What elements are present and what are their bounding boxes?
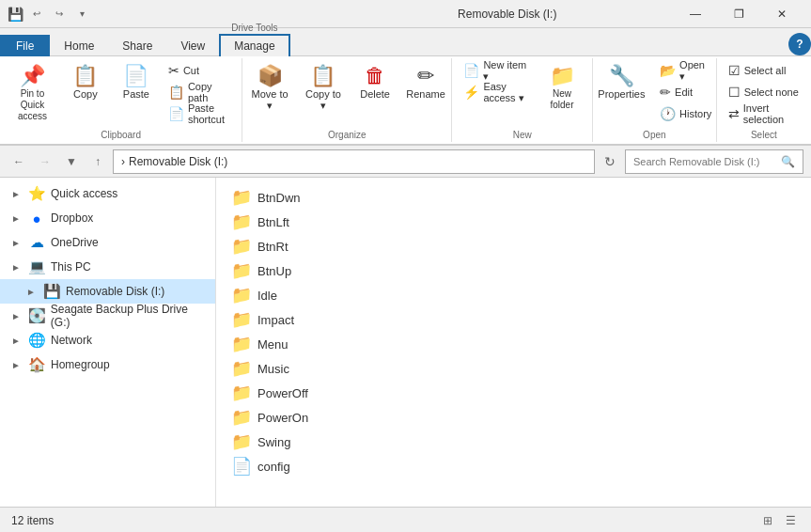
back-button[interactable]: ← [8,150,30,173]
move-to-button[interactable]: 📦 Move to ▾ [244,60,296,117]
file-item-btnrt[interactable]: 📁 BtnRt [224,234,803,258]
file-item-idle[interactable]: 📁 Idle [224,283,803,307]
file-name-btnrt: BtnRt [257,240,289,254]
new-small-col: 📄 New item ▾ ⚡ Easy access ▾ [458,60,536,102]
paste-shortcut-label: Paste shortcut [188,102,230,125]
file-item-config[interactable]: 📄 config [224,454,803,478]
tab-share[interactable]: Share [108,35,166,56]
sidebar-item-this-pc[interactable]: ► 💻 This PC [0,255,215,279]
new-item-icon: 📄 [463,63,479,78]
paste-shortcut-button[interactable]: 📄 Paste shortcut [163,103,236,124]
seagate-arrow: ► [11,311,23,321]
select-all-button[interactable]: ☑ Select all [723,60,805,81]
file-item-impact[interactable]: 📁 Impact [224,307,803,332]
forward-button[interactable]: → [34,150,56,173]
file-item-poweroff[interactable]: 📁 PowerOff [224,381,803,405]
new-folder-button[interactable]: 📁 Newfolder [538,60,586,117]
minimize-button[interactable]: — [674,0,717,28]
select-content: ☑ Select all ☐ Select none ⇄ Invert sele… [723,60,805,128]
view-list-button[interactable]: ☰ [781,511,800,530]
copy-path-button[interactable]: 📋 Copy path [163,82,236,102]
paste-icon: 📄 [123,66,148,86]
window-title: Removable Disk (I:) [341,8,675,21]
clipboard-small-col: ✂ Cut 📋 Copy path 📄 Paste shortcut [163,60,236,124]
tab-view[interactable]: View [166,35,219,56]
organize-content: 📦 Move to ▾ 📋 Copy to ▾ 🗑 Delete ✏ Renam… [244,60,451,128]
help-button[interactable]: ? [788,33,811,55]
rename-label: Rename [406,88,445,100]
select-col: ☑ Select all ☐ Select none ⇄ Invert sele… [723,60,805,124]
refresh-button[interactable]: ↻ [599,150,621,173]
file-item-btndwn[interactable]: 📁 BtnDwn [224,185,803,210]
qat-dropdown[interactable]: ▾ [72,5,91,23]
sidebar-item-removable-disk[interactable]: ► 💾 Removable Disk (I:) [0,279,215,304]
file-item-poweron[interactable]: 📁 PowerOn [224,405,803,430]
address-bar: ← → ▼ ↑ › Removable Disk (I:) ↻ 🔍 [0,146,811,178]
file-item-swing[interactable]: 📁 Swing [224,430,803,454]
history-button[interactable]: 🕐 History [654,103,718,124]
removable-disk-arrow: ► [26,287,38,297]
address-path-bar[interactable]: › Removable Disk (I:) [113,149,595,174]
file-icon-menu: 📁 [231,334,250,354]
new-folder-label: Newfolder [550,88,573,111]
recent-button[interactable]: ▼ [60,150,83,173]
copy-path-label: Copy path [188,81,230,103]
tab-manage[interactable]: Manage [219,34,289,56]
sidebar-item-seagate[interactable]: ► 💽 Seagate Backup Plus Drive (G:) [0,304,215,328]
new-item-button[interactable]: 📄 New item ▾ [458,60,536,81]
cut-button[interactable]: ✂ Cut [163,60,236,81]
qat-back[interactable]: ↩ [27,5,46,23]
select-none-button[interactable]: ☐ Select none [723,82,805,102]
onedrive-arrow: ► [11,238,23,248]
qat-forward[interactable]: ↪ [50,5,69,23]
paste-button[interactable]: 📄 Paste [112,60,161,105]
search-input[interactable] [633,156,777,167]
search-box[interactable]: 🔍 [625,149,803,174]
invert-selection-button[interactable]: ⇄ Invert selection [723,103,805,124]
open-button[interactable]: 📂 Open ▾ [654,60,718,81]
pin-button[interactable]: 📌 Pin to Quickaccess [6,60,59,128]
rename-button[interactable]: ✏ Rename [401,60,450,105]
tab-home[interactable]: Home [50,35,108,56]
file-name-btnup: BtnUp [257,264,291,278]
file-name-poweroff: PowerOff [257,386,308,400]
maximize-button[interactable]: ❐ [717,0,760,28]
edit-icon: ✏ [660,85,671,100]
file-item-music[interactable]: 📁 Music [224,356,803,381]
sidebar-item-dropbox[interactable]: ► ● Dropbox [0,206,215,230]
edit-button[interactable]: ✏ Edit [654,82,718,102]
onedrive-icon: ☁ [28,234,45,251]
sidebar-item-homegroup[interactable]: ► 🏠 Homegroup [0,352,215,377]
select-all-label: Select all [744,65,787,76]
ribbon-group-clipboard: 📌 Pin to Quickaccess 📋 Copy 📄 Paste ✂ Cu… [0,58,242,142]
copy-main-button[interactable]: 📋 Copy [61,60,110,105]
easy-access-button[interactable]: ⚡ Easy access ▾ [458,82,536,102]
history-icon: 🕐 [660,106,676,121]
clipboard-label: Clipboard [101,128,141,140]
sidebar-item-onedrive[interactable]: ► ☁ OneDrive [0,230,215,255]
copy-to-button[interactable]: 📋 Copy to ▾ [298,60,349,117]
sidebar-item-quick-access[interactable]: ► ⭐ Quick access [0,181,215,206]
tab-file[interactable]: File [0,35,50,56]
properties-button[interactable]: 🔧 Properties [591,60,652,105]
file-item-menu[interactable]: 📁 Menu [224,332,803,356]
tab-drive-tools-group[interactable]: Drive Tools Manage [219,23,289,55]
close-button[interactable]: ✕ [760,0,803,28]
file-item-btnlft[interactable]: 📁 BtnLft [224,210,803,234]
view-tiles-button[interactable]: ⊞ [758,511,777,530]
sidebar-item-network[interactable]: ► 🌐 Network [0,328,215,352]
pin-icon: 📌 [20,66,45,86]
main-area: ► ⭐ Quick access ► ● Dropbox ► ☁ OneDriv… [0,178,811,507]
history-label: History [679,108,711,119]
invert-icon: ⇄ [728,106,740,121]
file-list: 📁 BtnDwn 📁 BtnLft 📁 BtnRt 📁 BtnUp 📁 Idle… [216,178,811,507]
title-bar: 💾 ↩ ↪ ▾ Removable Disk (I:) — ❐ ✕ [0,0,811,28]
delete-button[interactable]: 🗑 Delete [351,60,399,105]
edit-label: Edit [675,86,693,98]
quick-access-icon: ⭐ [28,185,45,202]
file-item-btnup[interactable]: 📁 BtnUp [224,258,803,283]
drive-tools-label: Drive Tools [231,23,277,33]
app-icon: 💾 [8,7,23,22]
up-button[interactable]: ↑ [86,150,109,173]
network-icon: 🌐 [28,332,45,349]
